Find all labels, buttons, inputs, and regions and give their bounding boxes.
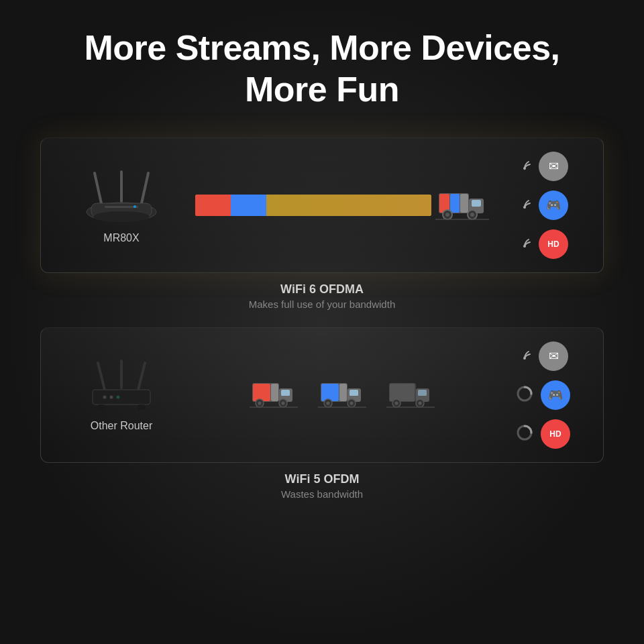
other-router-image [85, 358, 158, 415]
page-wrapper: More Streams, More Devices, More Fun [0, 0, 644, 644]
bottom-email-icon: ✉ [549, 349, 559, 364]
ofdm-truck-1 [250, 378, 298, 413]
bar-seg-blue [231, 195, 266, 216]
bottom-wifi-signal-email [517, 347, 532, 365]
svg-line-2 [142, 173, 148, 203]
svg-line-22 [98, 363, 105, 390]
svg-point-29 [110, 396, 113, 399]
svg-point-19 [523, 167, 526, 170]
top-wifi-signal-hd [517, 235, 532, 253]
title-line2: More Fun [245, 70, 399, 109]
bar-seg-gold [266, 195, 431, 216]
mr80x-label: MR80X [103, 232, 139, 244]
bottom-badge-game: 🎮 [541, 380, 570, 410]
title-line1: More Streams, More Devices, [84, 28, 559, 67]
svg-rect-11 [460, 194, 468, 213]
bottom-caption-sub: Wastes bandwidth [40, 488, 604, 500]
ofdm-trucks-container [250, 378, 435, 413]
svg-point-30 [117, 396, 120, 399]
svg-rect-45 [350, 390, 358, 396]
svg-rect-13 [472, 200, 481, 207]
main-title: More Streams, More Devices, More Fun [84, 27, 559, 111]
hd-icon: HD [547, 239, 559, 249]
svg-point-17 [470, 213, 474, 217]
svg-rect-26 [98, 405, 105, 410]
ofdma-bar-container [195, 186, 489, 223]
svg-point-15 [445, 213, 449, 217]
ofdm-truck-2 [318, 378, 366, 413]
top-stream-area [182, 186, 502, 223]
mr80x-router-area: MR80X [61, 166, 182, 244]
svg-point-56 [395, 401, 398, 405]
top-comparison-block: MR80X [40, 138, 604, 314]
bottom-badge-hd: HD [541, 419, 570, 449]
top-badge-game: 🎮 [539, 191, 568, 220]
top-caption-title: WiFi 6 OFDMA [40, 282, 604, 297]
svg-rect-32 [253, 384, 270, 401]
mr80x-router-image [78, 166, 165, 227]
svg-rect-33 [271, 384, 278, 401]
svg-rect-27 [138, 405, 145, 410]
bottom-badge-email: ✉ [539, 341, 568, 371]
svg-line-0 [95, 173, 101, 203]
svg-point-5 [93, 211, 150, 222]
svg-rect-6 [105, 206, 138, 208]
bar-seg-red [195, 195, 231, 216]
svg-point-49 [350, 401, 354, 405]
top-badge-hd: HD [539, 229, 568, 259]
svg-point-7 [133, 205, 136, 208]
top-panel: MR80X [40, 138, 604, 273]
bottom-spinner-hd [515, 423, 534, 445]
bottom-hd-icon: HD [549, 429, 561, 439]
bottom-icons-area: ✉ 🎮 [502, 341, 583, 449]
top-icon-row-email: ✉ [517, 152, 568, 181]
svg-line-24 [138, 363, 145, 390]
ofdma-gold-bar [195, 195, 431, 216]
ofdm-truck-3 [386, 378, 435, 413]
top-caption-sub: Makes full use of your bandwidth [40, 299, 604, 310]
svg-rect-10 [450, 194, 460, 213]
top-caption: WiFi 6 OFDMA Makes full use of your band… [40, 282, 604, 310]
bottom-caption: WiFi 5 OFDM Wastes bandwidth [40, 472, 604, 500]
other-router-label: Other Router [91, 420, 152, 432]
bottom-icon-row-game: 🎮 [515, 380, 570, 410]
bottom-comparison-block: Other Router [40, 327, 604, 504]
bottom-caption-title: WiFi 5 OFDM [40, 472, 604, 486]
bottom-panel-inner: Other Router [61, 341, 583, 449]
bottom-icon-row-email: ✉ [517, 341, 568, 371]
email-icon: ✉ [549, 159, 559, 174]
bottom-spinner-game [515, 384, 534, 406]
svg-rect-52 [390, 384, 415, 401]
bottom-icon-row-hd: HD [515, 419, 570, 449]
svg-rect-25 [93, 390, 150, 405]
top-icon-row-game: 🎮 [517, 191, 568, 220]
top-wifi-signal-email [517, 157, 532, 175]
svg-point-21 [523, 245, 526, 248]
top-badge-email: ✉ [539, 152, 568, 181]
svg-rect-42 [321, 384, 339, 401]
svg-rect-54 [418, 390, 427, 396]
svg-rect-35 [281, 390, 290, 396]
svg-point-20 [523, 206, 526, 209]
top-icons-area: ✉ 🎮 [502, 152, 583, 259]
svg-point-47 [327, 401, 330, 405]
svg-point-37 [258, 401, 262, 405]
svg-point-39 [282, 401, 285, 405]
top-panel-inner: MR80X [61, 152, 583, 259]
bottom-panel: Other Router [40, 327, 604, 463]
svg-point-28 [103, 396, 107, 399]
other-router-area: Other Router [61, 358, 182, 432]
game-icon: 🎮 [546, 198, 561, 213]
svg-rect-43 [339, 384, 347, 401]
top-icon-row-hd: HD [517, 229, 568, 259]
bottom-game-icon: 🎮 [548, 388, 563, 402]
ofdma-truck [435, 186, 489, 223]
top-wifi-signal-game [517, 196, 532, 214]
svg-point-58 [419, 401, 422, 405]
bottom-stream-area [182, 378, 502, 413]
svg-point-60 [523, 357, 526, 360]
